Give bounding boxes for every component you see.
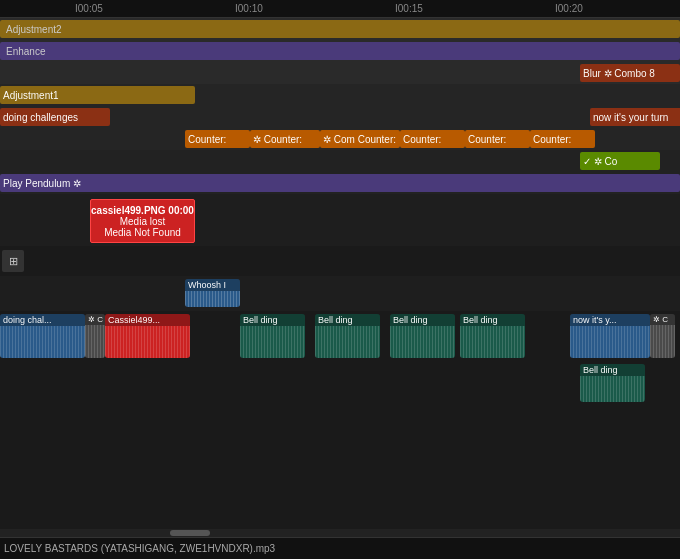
track-audio-row2: Bell ding xyxy=(0,361,680,391)
audio-clip-bell1-label: Bell ding xyxy=(240,314,305,326)
media-lost-line2: Media lost xyxy=(120,216,166,227)
track-counter-row2: ✓ ✲ Co xyxy=(0,150,680,172)
counter-clip-4[interactable]: Counter: xyxy=(465,130,530,148)
timeline-ruler[interactable]: I00:05 I00:10 I00:15 I00:20 xyxy=(0,0,680,18)
expand-icon: ⊞ xyxy=(9,255,18,268)
h-scrollbar[interactable] xyxy=(0,529,680,537)
play-pendulum-clip[interactable]: Play Pendulum ✲ xyxy=(0,174,680,192)
audio-clip-c2-label: ✲ C xyxy=(650,314,675,325)
adjustment2-label: Adjustment2 xyxy=(6,24,62,35)
counter-clip-3[interactable]: Counter: xyxy=(400,130,465,148)
track-adjustment2: Adjustment2 xyxy=(0,18,680,40)
ruler-mark-2: I00:10 xyxy=(235,3,263,14)
track-empty: ⊞ xyxy=(0,246,680,276)
ruler-mark-4: I00:20 xyxy=(555,3,583,14)
counter-label-2: ✲ Com Counter: xyxy=(323,134,396,145)
play-pendulum-label: Play Pendulum ✲ xyxy=(3,178,81,189)
audio-clip-cassiel[interactable]: Cassiel499... xyxy=(105,314,190,358)
adjustment1-clip[interactable]: Adjustment1 xyxy=(0,86,195,104)
counter-clip-1[interactable]: ✲ Counter: xyxy=(250,130,320,148)
enhance-label: Enhance xyxy=(6,46,45,57)
bell-bottom-label: Bell ding xyxy=(580,364,645,376)
track-play-pendulum: Play Pendulum ✲ xyxy=(0,172,680,194)
adjustment2-clip[interactable]: Adjustment2 xyxy=(0,20,680,38)
audio-clip-doing[interactable]: doing chal... xyxy=(0,314,85,358)
track-audio-row1: doing chal... ✲ C Cassiel499... Bell din… xyxy=(0,311,680,361)
audio-clip-bell4-label: Bell ding xyxy=(460,314,525,326)
whoosh-label: Whoosh I xyxy=(185,279,240,291)
bottom-file-label: LOVELY BASTARDS (YATASHIGANG, ZWE1HVNDXR… xyxy=(4,543,275,554)
track-blur: Blur ✲ Combo 8 xyxy=(0,62,680,84)
media-lost-filename: cassiel499.PNG 00:00 xyxy=(91,205,194,216)
media-lost-block[interactable]: cassiel499.PNG 00:00 Media lost Media No… xyxy=(90,199,195,243)
ruler-mark-1: I00:05 xyxy=(75,3,103,14)
audio-clip-c1-label: ✲ C xyxy=(85,314,105,325)
track-whoosh: Whoosh I xyxy=(0,276,680,311)
track-counter-row1: Counter: ✲ Counter: ✲ Com Counter: Count… xyxy=(0,128,680,150)
h-scrollbar-thumb[interactable] xyxy=(170,530,210,536)
audio-clip-cassiel-label: Cassiel499... xyxy=(105,314,190,326)
blur-combo-label: Blur ✲ Combo 8 xyxy=(583,68,655,79)
counter-clip-2[interactable]: ✲ Com Counter: xyxy=(320,130,400,148)
now-its-clip[interactable]: now it's your turn xyxy=(590,108,680,126)
bottom-bar: LOVELY BASTARDS (YATASHIGANG, ZWE1HVNDXR… xyxy=(0,537,680,559)
media-lost-line3: Media Not Found xyxy=(104,227,181,238)
doing-challenges-label: doing challenges xyxy=(3,112,78,123)
counter-label-5: Counter: xyxy=(533,134,571,145)
track-adjustment1: Adjustment1 xyxy=(0,84,680,106)
audio-clip-c1[interactable]: ✲ C xyxy=(85,314,105,358)
counter2-label: ✓ ✲ Co xyxy=(583,156,617,167)
now-its-label: now it's your turn xyxy=(593,112,668,123)
counter-clip-0[interactable]: Counter: xyxy=(185,130,250,148)
blur-combo-clip[interactable]: Blur ✲ Combo 8 xyxy=(580,64,680,82)
enhance-clip[interactable]: Enhance xyxy=(0,42,680,60)
track-doing: doing challenges now it's your turn xyxy=(0,106,680,128)
ruler-mark-3: I00:15 xyxy=(395,3,423,14)
expand-button[interactable]: ⊞ xyxy=(2,250,24,272)
audio-clip-c2[interactable]: ✲ C xyxy=(650,314,675,358)
audio-clip-bell-bottom[interactable]: Bell ding xyxy=(580,364,645,402)
track-enhance: Enhance xyxy=(0,40,680,62)
counter-clip-5[interactable]: Counter: xyxy=(530,130,595,148)
audio-clip-bell1[interactable]: Bell ding xyxy=(240,314,305,358)
counter-label-1: ✲ Counter: xyxy=(253,134,302,145)
counter2-clip[interactable]: ✓ ✲ Co xyxy=(580,152,660,170)
audio-clip-now[interactable]: now it's y... xyxy=(570,314,650,358)
audio-clip-doing-label: doing chal... xyxy=(0,314,85,326)
counter-label-3: Counter: xyxy=(403,134,441,145)
counter-label-0: Counter: xyxy=(188,134,226,145)
counter-label-4: Counter: xyxy=(468,134,506,145)
whoosh-clip[interactable]: Whoosh I xyxy=(185,279,240,307)
audio-clip-bell3[interactable]: Bell ding xyxy=(390,314,455,358)
adjustment1-label: Adjustment1 xyxy=(3,90,59,101)
audio-clip-now-label: now it's y... xyxy=(570,314,650,326)
audio-clip-bell2[interactable]: Bell ding xyxy=(315,314,380,358)
audio-clip-bell2-label: Bell ding xyxy=(315,314,380,326)
audio-clip-bell4[interactable]: Bell ding xyxy=(460,314,525,358)
audio-clip-bell3-label: Bell ding xyxy=(390,314,455,326)
doing-challenges-clip[interactable]: doing challenges xyxy=(0,108,110,126)
track-media: cassiel499.PNG 00:00 Media lost Media No… xyxy=(0,194,680,246)
